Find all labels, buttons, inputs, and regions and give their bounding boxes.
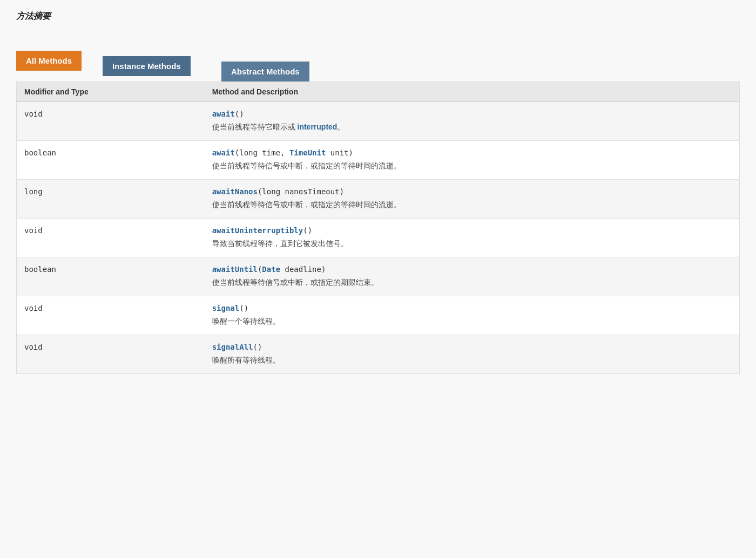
table-row: voidawaitUninterruptibly()导致当前线程等待，直到它被发… [17,219,740,257]
method-signature: awaitNanos(long nanosTimeout) [212,187,732,196]
table-row: longawaitNanos(long nanosTimeout)使当前线程等待… [17,180,740,219]
modifier-cell: void [17,335,205,374]
modifier-cell: long [17,180,205,219]
method-signature: await() [212,110,732,118]
tab-instance-methods[interactable]: Instance Methods [103,56,191,76]
methods-table: Modifier and Type Method and Description… [16,81,740,374]
table-header-row: Modifier and Type Method and Description [17,82,740,102]
method-signature: awaitUninterruptibly() [212,226,732,235]
tab-abstract-methods[interactable]: Abstract Methods [221,62,309,81]
table-row: voidsignalAll()唤醒所有等待线程。 [17,335,740,374]
modifier-cell: boolean [17,257,205,296]
method-description: 唤醒一个等待线程。 [212,316,732,327]
modifier-cell: boolean [17,141,205,180]
method-description: 使当前线程等待信号或中断，或指定的期限结束。 [212,277,732,288]
tabs-container: All Methods Instance Methods Abstract Me… [16,38,740,81]
method-description: 使当前线程等待信号或中断，或指定的等待时间的流逝。 [212,199,732,210]
table-row: booleanawaitUntil(Date deadline)使当前线程等待信… [17,257,740,296]
table-row: voidawait()使当前线程等待它暗示或 interrupted。 [17,102,740,141]
modifier-cell: void [17,219,205,257]
method-cell: signalAll()唤醒所有等待线程。 [205,335,740,374]
method-signature: await(long time, TimeUnit unit) [212,148,732,157]
method-signature: signal() [212,304,732,312]
method-description: 唤醒所有等待线程。 [212,355,732,366]
col-modifier-header: Modifier and Type [17,82,205,102]
method-description: 使当前线程等待它暗示或 interrupted。 [212,121,732,133]
method-cell: awaitUntil(Date deadline)使当前线程等待信号或中断，或指… [205,257,740,296]
table-row: voidsignal()唤醒一个等待线程。 [17,296,740,335]
method-cell: await()使当前线程等待它暗示或 interrupted。 [205,102,740,141]
method-signature: awaitUntil(Date deadline) [212,265,732,274]
modifier-cell: void [17,102,205,141]
method-description: 使当前线程等待信号或中断，或指定的等待时间的流逝。 [212,160,732,172]
modifier-cell: void [17,296,205,335]
col-method-header: Method and Description [205,82,740,102]
method-signature: signalAll() [212,343,732,351]
method-cell: awaitUninterruptibly()导致当前线程等待，直到它被发出信号。 [205,219,740,257]
tab-all-methods[interactable]: All Methods [16,51,82,71]
table-row: booleanawait(long time, TimeUnit unit)使当… [17,141,740,180]
method-cell: signal()唤醒一个等待线程。 [205,296,740,335]
method-description: 导致当前线程等待，直到它被发出信号。 [212,238,732,249]
method-cell: awaitNanos(long nanosTimeout)使当前线程等待信号或中… [205,180,740,219]
page-title: 方法摘要 [16,11,740,22]
method-cell: await(long time, TimeUnit unit)使当前线程等待信号… [205,141,740,180]
